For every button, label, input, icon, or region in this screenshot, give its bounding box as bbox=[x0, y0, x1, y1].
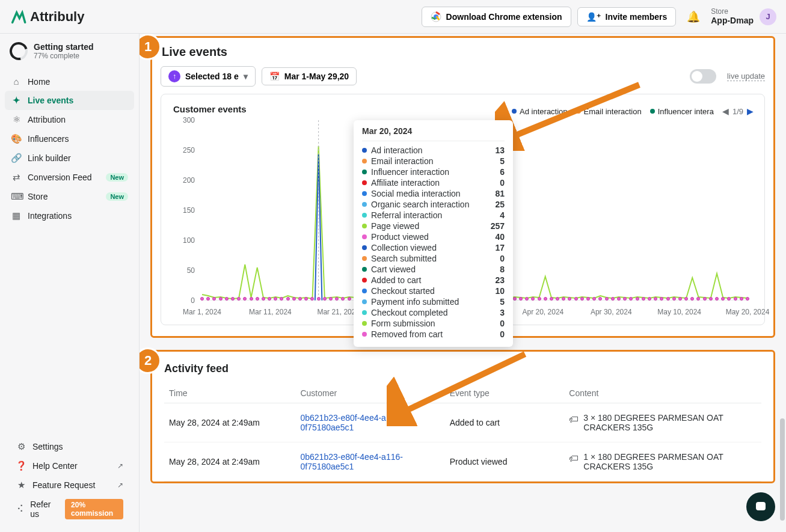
nav-icon: 🔗 bbox=[11, 153, 22, 164]
tooltip-row: Collection viewed17 bbox=[362, 242, 505, 253]
scrollbar[interactable] bbox=[780, 418, 785, 521]
store-name: App-Dmap bbox=[711, 16, 754, 25]
download-chrome-button[interactable]: Download Chrome extension bbox=[422, 7, 571, 27]
nav-icon: ★ bbox=[16, 480, 26, 491]
invite-members-button[interactable]: 👤⁺ Invite members bbox=[577, 7, 677, 26]
tooltip-row: Cart viewed8 bbox=[362, 264, 505, 275]
main-content: 1 Live events ↑ Selected 18 e ▾ 📅 Mar 1-… bbox=[140, 34, 786, 532]
tooltip-row: Product viewed40 bbox=[362, 231, 505, 242]
panel-title: Live events bbox=[162, 45, 765, 59]
legend-prev-button[interactable]: ◀ bbox=[722, 106, 729, 116]
sidebar-item-conversion-feed[interactable]: ⇄Conversion FeedNew bbox=[5, 168, 134, 187]
sidebar-item-settings[interactable]: ⚙Settings bbox=[10, 437, 129, 456]
live-update-label: live update bbox=[727, 72, 765, 81]
chrome-icon bbox=[431, 11, 441, 22]
nav-icon: ✦ bbox=[11, 95, 22, 106]
brand-text: Attribuly bbox=[30, 9, 84, 25]
notifications-icon[interactable]: 🔔 bbox=[687, 10, 700, 23]
chevron-down-icon: ▾ bbox=[244, 72, 248, 81]
nav-icon: ⌨ bbox=[11, 191, 22, 202]
tooltip-row: Ad interaction13 bbox=[362, 145, 505, 156]
tooltip-row: Added to cart23 bbox=[362, 275, 505, 286]
svg-rect-6 bbox=[756, 502, 766, 510]
logo-icon bbox=[10, 8, 26, 25]
nav-icon: ⚛ bbox=[11, 114, 22, 125]
sidebar-item-influencers[interactable]: 🎨Influencers bbox=[5, 129, 134, 148]
activity-feed-panel: Activity feed Time Customer Event type C… bbox=[150, 350, 775, 483]
live-update-toggle[interactable] bbox=[690, 69, 716, 84]
tooltip-row: Form submission0 bbox=[362, 318, 505, 329]
new-badge: New bbox=[106, 173, 128, 182]
external-link-icon: ↗ bbox=[117, 481, 123, 489]
sidebar: Getting started 77% complete ⌂Home✦Live … bbox=[0, 34, 140, 532]
nav-icon: ⇄ bbox=[11, 172, 22, 183]
panel-title: Activity feed bbox=[164, 362, 761, 375]
logo[interactable]: Attribuly bbox=[10, 8, 84, 25]
store-switcher[interactable]: Store App-Dmap J bbox=[711, 8, 776, 25]
progress-ring-icon bbox=[7, 39, 31, 64]
customer-link[interactable]: 0b621b23-e80f-4ee4-a116-0f75180ae5c1 bbox=[300, 452, 402, 471]
tag-icon: 🏷 bbox=[569, 414, 579, 425]
tooltip-row: Email interaction5 bbox=[362, 156, 505, 167]
customer-link[interactable]: 0b621b23-e80f-4ee4-a116-0f75180ae5c1 bbox=[300, 413, 402, 432]
sidebar-item-integrations[interactable]: ▦Integrations bbox=[5, 206, 134, 225]
new-badge: New bbox=[106, 192, 128, 201]
chart-tooltip: Mar 20, 2024 Ad interaction13Email inter… bbox=[354, 120, 513, 347]
nav-icon: 🎨 bbox=[11, 133, 22, 144]
live-events-panel: Live events ↑ Selected 18 e ▾ 📅 Mar 1-Ma… bbox=[150, 36, 775, 338]
chart-legend: Ad interaction Email interaction Influen… bbox=[512, 106, 754, 116]
tooltip-row: Organic search interaction25 bbox=[362, 199, 505, 210]
calendar-icon: 📅 bbox=[269, 72, 280, 81]
commission-badge: 20% commission bbox=[65, 499, 123, 519]
sidebar-item-feature-request[interactable]: ★Feature Request↗ bbox=[10, 475, 129, 495]
sidebar-item-help-center[interactable]: ❓Help Center↗ bbox=[10, 456, 129, 475]
external-link-icon: ↗ bbox=[117, 462, 123, 470]
tooltip-row: Page viewed257 bbox=[362, 221, 505, 231]
nav-icon: ⚙ bbox=[16, 441, 26, 452]
table-row: May 28, 2024 at 2:49am 0b621b23-e80f-4ee… bbox=[164, 442, 761, 482]
table-row: May 28, 2024 at 2:49am 0b621b23-e80f-4ee… bbox=[164, 403, 761, 442]
sidebar-item-attribution[interactable]: ⚛Attribution bbox=[5, 110, 134, 129]
legend-next-button[interactable]: ▶ bbox=[747, 106, 754, 116]
sidebar-item-store[interactable]: ⌨StoreNew bbox=[5, 187, 134, 206]
avatar[interactable]: J bbox=[760, 8, 776, 25]
intercom-chat-button[interactable] bbox=[746, 492, 775, 521]
tooltip-row: Social media interaction81 bbox=[362, 188, 505, 199]
invite-icon: 👤⁺ bbox=[586, 12, 601, 22]
tooltip-row: Checkout started10 bbox=[362, 286, 505, 296]
getting-started[interactable]: Getting started 77% complete bbox=[0, 34, 139, 69]
sidebar-item-live-events[interactable]: ✦Live events bbox=[5, 91, 134, 110]
tooltip-row: Search submitted0 bbox=[362, 253, 505, 264]
tooltip-row: Influencer interaction6 bbox=[362, 167, 505, 177]
activity-table: Time Customer Event type Content May 28,… bbox=[164, 384, 761, 482]
store-label: Store bbox=[711, 8, 754, 16]
sidebar-item-link-builder[interactable]: 🔗Link builder bbox=[5, 148, 134, 168]
app-header: Attribuly Download Chrome extension 👤⁺ I… bbox=[0, 0, 786, 34]
tooltip-row: Checkout completed3 bbox=[362, 307, 505, 318]
date-range-button[interactable]: 📅 Mar 1-May 29,20 bbox=[262, 67, 357, 85]
chat-icon bbox=[754, 500, 767, 513]
tooltip-row: Affiliate interaction0 bbox=[362, 177, 505, 188]
customer-events-chart: Customer events Ad interaction Email int… bbox=[161, 94, 765, 325]
tooltip-row: Removed from cart0 bbox=[362, 329, 505, 340]
nav-icon: ⌂ bbox=[11, 76, 22, 87]
tag-icon: 🏷 bbox=[569, 453, 579, 464]
nav-icon: ❓ bbox=[16, 460, 26, 471]
up-arrow-icon: ↑ bbox=[168, 70, 180, 82]
sidebar-item-refer-us[interactable]: ⠪Refer us20% commission bbox=[10, 495, 129, 524]
nav-icon: ⠪ bbox=[16, 504, 24, 515]
sidebar-item-home[interactable]: ⌂Home bbox=[5, 72, 134, 91]
tooltip-row: Referral interaction4 bbox=[362, 210, 505, 221]
tooltip-row: Payment info submitted5 bbox=[362, 296, 505, 307]
events-selector-button[interactable]: ↑ Selected 18 e ▾ bbox=[161, 66, 256, 87]
nav-icon: ▦ bbox=[11, 210, 22, 221]
